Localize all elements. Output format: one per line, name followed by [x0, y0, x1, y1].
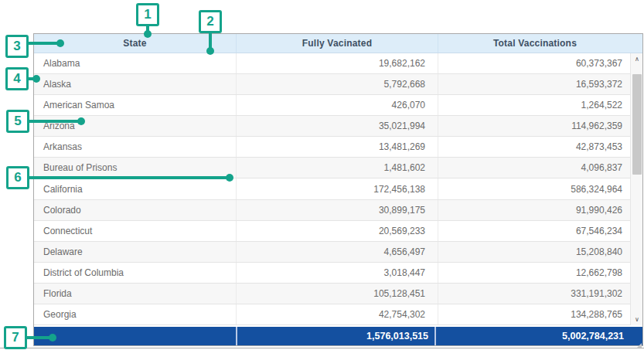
fully-vaccinated-cell: 5,792,668	[236, 74, 438, 94]
callout-number-box: 7	[4, 326, 27, 349]
vertical-scrollbar[interactable]: ∧ ∨	[630, 53, 642, 325]
state-cell: Bureau of Prisons	[34, 158, 236, 178]
callout-dot	[206, 47, 214, 55]
total-vaccinations-cell: 586,324,964	[438, 178, 642, 199]
table-row-arkansas[interactable]: Arkansas 13,481,269 42,873,453	[34, 137, 642, 158]
total-vaccinations-cell: 12,662,798	[438, 263, 642, 283]
callout-number-box: 3	[5, 35, 29, 58]
table-row-alabama[interactable]: Alabama 19,682,162 60,373,367	[34, 53, 642, 74]
column-header-total-vaccinations[interactable]: Total Vaccinations	[438, 34, 642, 53]
total-vaccinations-cell: 114,962,359	[438, 116, 642, 136]
state-cell: Florida	[34, 284, 236, 304]
fully-vaccinated-cell: 426,070	[236, 95, 438, 115]
fully-vaccinated-cell: 42,754,302	[236, 304, 438, 325]
total-vaccinations-cell: 60,373,367	[438, 53, 642, 73]
table-row-georgia[interactable]: Georgia 42,754,302 134,288,765	[34, 304, 642, 325]
callout-number-box: 1	[136, 3, 159, 26]
fully-vaccinated-cell: 20,569,233	[236, 221, 438, 241]
table-row-florida[interactable]: Florida 105,128,451 331,191,302	[34, 284, 642, 304]
fully-vaccinated-cell: 4,656,497	[236, 242, 438, 262]
table-row-california[interactable]: California 172,456,138 586,324,964	[34, 178, 642, 199]
state-cell: District of Columbia	[34, 263, 236, 283]
total-vaccinations-cell: 67,546,234	[438, 221, 642, 241]
list-table: State Fully Vacinated Total Vaccinations…	[33, 33, 643, 346]
table-row-american-samoa[interactable]: American Samoa 426,070 1,264,522	[34, 95, 642, 116]
scroll-down-icon[interactable]: ∨	[631, 314, 642, 325]
scrollbar-thumb[interactable]	[632, 74, 642, 175]
state-cell: Delaware	[34, 242, 236, 262]
state-cell: Georgia	[34, 304, 236, 325]
callout-dot	[32, 75, 40, 83]
total-vaccinations-cell: 331,191,302	[438, 284, 642, 304]
total-vaccinations-cell: 1,264,522	[438, 95, 642, 115]
state-cell: Colorado	[34, 200, 236, 220]
state-cell: California	[34, 178, 236, 199]
state-cell: Alaska	[34, 74, 236, 94]
table-row-connecticut[interactable]: Connecticut 20,569,233 67,546,234	[34, 221, 642, 242]
totals-fully-vaccinated-cell: 1,576,013,515	[236, 327, 434, 345]
totals-total-vaccinations-cell: 5,002,784,231	[434, 327, 641, 345]
state-cell: American Samoa	[34, 95, 236, 115]
fully-vaccinated-cell: 105,128,451	[236, 284, 438, 304]
callout-number-box: 4	[5, 67, 29, 90]
callout-dot	[49, 334, 56, 342]
callout-number-box: 2	[199, 10, 222, 33]
total-vaccinations-cell: 4,096,837	[438, 158, 642, 178]
fully-vaccinated-cell: 1,481,602	[236, 158, 438, 178]
table-row-colorado[interactable]: Colorado 30,899,175 91,990,426	[34, 200, 642, 221]
state-cell: Connecticut	[34, 221, 236, 241]
fully-vaccinated-cell: 3,018,447	[236, 263, 438, 283]
state-cell: Alabama	[34, 53, 236, 73]
table-row-district-of-columbia[interactable]: District of Columbia 3,018,447 12,662,79…	[34, 263, 642, 284]
callout-connector-line	[27, 176, 230, 179]
state-cell: Arkansas	[34, 137, 236, 157]
callout-connector-line	[27, 120, 81, 123]
total-vaccinations-cell: 134,288,765	[438, 304, 642, 325]
fully-vaccinated-cell: 172,456,138	[236, 178, 438, 199]
totals-state-cell	[34, 327, 236, 345]
screenshot-canvas: State Fully Vacinated Total Vaccinations…	[0, 0, 644, 350]
total-vaccinations-cell: 15,208,840	[438, 242, 642, 262]
table-row-delaware[interactable]: Delaware 4,656,497 15,208,840	[34, 242, 642, 263]
column-header-state[interactable]: State	[34, 34, 236, 53]
table-row-arizona[interactable]: Arizona 35,021,994 114,962,359	[34, 116, 642, 137]
fully-vaccinated-cell: 13,481,269	[236, 137, 438, 157]
fully-vaccinated-cell: 30,899,175	[236, 200, 438, 220]
resize-grip-icon	[637, 343, 642, 348]
scroll-up-icon[interactable]: ∧	[631, 53, 642, 65]
total-vaccinations-cell: 16,593,372	[438, 74, 642, 94]
callout-dot	[56, 39, 64, 47]
callout-dot	[226, 174, 233, 182]
total-vaccinations-cell: 42,873,453	[438, 137, 642, 157]
page-bottom-border	[0, 348, 644, 348]
fully-vaccinated-cell: 19,682,162	[236, 53, 438, 73]
table-header-row: State Fully Vacinated Total Vaccinations	[34, 34, 642, 53]
callout-number-box: 5	[6, 110, 29, 133]
callout-connector-line	[26, 42, 60, 45]
column-header-fully-vaccinated[interactable]: Fully Vacinated	[236, 34, 438, 53]
callout-dot	[144, 30, 152, 38]
table-row-alaska[interactable]: Alaska 5,792,668 16,593,372	[34, 74, 642, 95]
totals-row: 1,576,013,515 5,002,784,231	[34, 327, 642, 345]
table-body: Alabama 19,682,162 60,373,367 Alaska 5,7…	[34, 53, 642, 325]
total-vaccinations-cell: 91,990,426	[438, 200, 642, 220]
fully-vaccinated-cell: 35,021,994	[236, 116, 438, 136]
callout-dot	[77, 117, 85, 125]
callout-number-box: 6	[6, 166, 29, 189]
